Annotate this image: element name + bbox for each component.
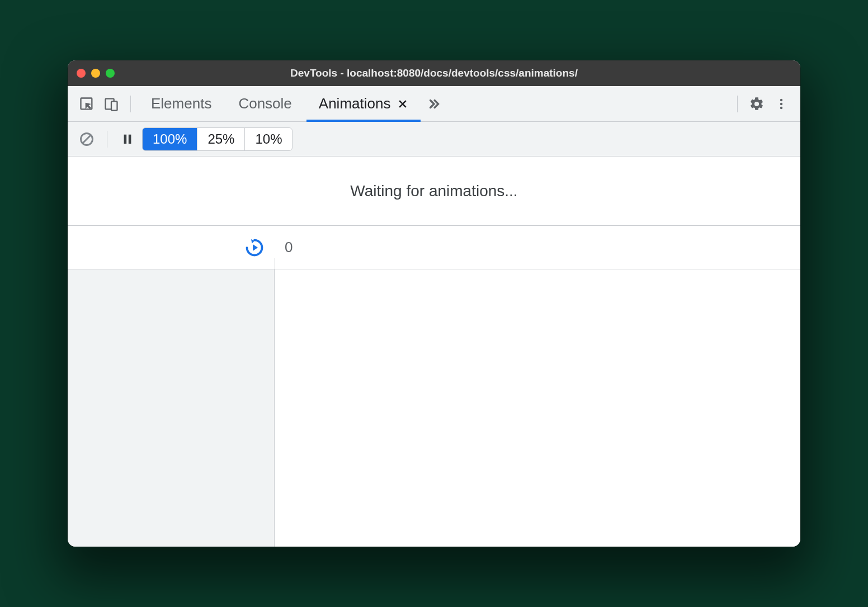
tab-elements[interactable]: Elements bbox=[139, 86, 224, 121]
playback-speed-group: 100% 25% 10% bbox=[142, 127, 293, 151]
tab-label: Elements bbox=[151, 95, 211, 112]
tab-console[interactable]: Console bbox=[226, 86, 304, 121]
timeline-header: 0 bbox=[68, 226, 800, 269]
kebab-menu-icon[interactable] bbox=[770, 93, 792, 115]
tab-label: Animations bbox=[319, 95, 391, 112]
timeline-track-area[interactable] bbox=[275, 269, 800, 547]
svg-point-4 bbox=[780, 102, 782, 105]
svg-rect-7 bbox=[124, 134, 127, 144]
timeline-body bbox=[68, 269, 800, 547]
window-title: DevTools - localhost:8080/docs/devtools/… bbox=[68, 67, 800, 79]
timeline-sidebar bbox=[68, 269, 275, 547]
animations-toolbar: 100% 25% 10% bbox=[68, 122, 800, 157]
replay-icon[interactable] bbox=[244, 238, 265, 258]
svg-rect-8 bbox=[129, 134, 131, 144]
speed-10-button[interactable]: 10% bbox=[245, 128, 292, 150]
close-icon[interactable] bbox=[397, 98, 408, 110]
traffic-lights bbox=[77, 69, 115, 78]
clear-icon[interactable] bbox=[76, 128, 98, 150]
pause-icon[interactable] bbox=[116, 128, 139, 150]
titlebar: DevTools - localhost:8080/docs/devtools/… bbox=[68, 60, 800, 86]
separator bbox=[107, 131, 107, 148]
svg-rect-2 bbox=[111, 101, 117, 110]
more-tabs-icon[interactable] bbox=[423, 93, 445, 115]
minimize-window-button[interactable] bbox=[91, 69, 100, 78]
tab-label: Console bbox=[238, 95, 291, 112]
timeline-header-right: 0 bbox=[275, 226, 800, 269]
devtools-window: DevTools - localhost:8080/docs/devtools/… bbox=[68, 60, 800, 547]
timeline-header-left bbox=[68, 226, 275, 269]
timeline-zero-label: 0 bbox=[285, 239, 293, 256]
device-toggle-icon[interactable] bbox=[100, 93, 122, 115]
svg-point-3 bbox=[780, 98, 782, 101]
svg-point-5 bbox=[780, 106, 782, 108]
close-window-button[interactable] bbox=[77, 69, 86, 78]
separator bbox=[130, 96, 131, 112]
settings-icon[interactable] bbox=[746, 93, 768, 115]
tab-bar: Elements Console Animations bbox=[68, 86, 800, 122]
speed-100-button[interactable]: 100% bbox=[143, 128, 197, 150]
speed-25-button[interactable]: 25% bbox=[197, 128, 245, 150]
tab-animations[interactable]: Animations bbox=[306, 86, 421, 121]
inspect-element-icon[interactable] bbox=[76, 93, 98, 115]
separator bbox=[737, 96, 738, 112]
zoom-window-button[interactable] bbox=[106, 69, 115, 78]
waiting-message: Waiting for animations... bbox=[68, 157, 800, 226]
